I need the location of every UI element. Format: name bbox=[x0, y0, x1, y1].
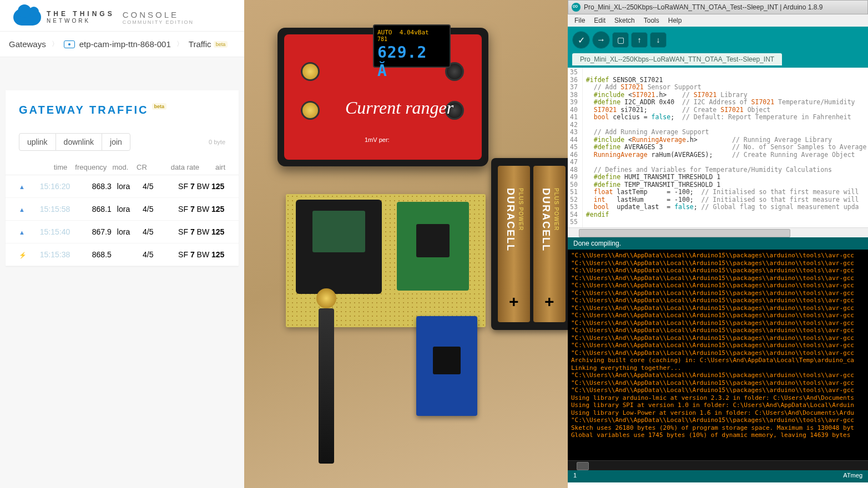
current-ranger-device: AUTO 4.04vBat 781 629.2 Ă Current ranger… bbox=[277, 28, 488, 166]
cell-cr: 4/5 bbox=[143, 182, 168, 191]
bytes-hint: 0 byte bbox=[209, 139, 225, 145]
cell-mod: lora bbox=[117, 182, 143, 191]
uplink-icon: ▲ bbox=[19, 206, 25, 213]
col-frequency: frequency bbox=[73, 163, 112, 171]
upload-button[interactable]: → bbox=[592, 31, 610, 49]
table-row[interactable]: ⚡15:15:38868.54/5SF 7 BW 125 bbox=[6, 243, 239, 266]
uplink-icon: ▲ bbox=[19, 184, 25, 190]
editor-hscrollbar[interactable] bbox=[568, 227, 868, 237]
table-row[interactable]: ▲15:16:20868.3lora4/5SF 7 BW 125 bbox=[6, 175, 239, 198]
arduino-icon bbox=[572, 3, 581, 12]
breadcrumb-gateways[interactable]: Gateways bbox=[9, 39, 46, 49]
build-console[interactable]: "C:\\Users\\And\\AppData\\Local\\Arduino… bbox=[568, 250, 868, 460]
card-title: GATEWAY TRAFFICbeta bbox=[6, 104, 239, 133]
traffic-filter-tabs: uplink downlink join 0 byte bbox=[6, 133, 239, 160]
col-mod: mod. bbox=[112, 163, 137, 171]
open-button[interactable]: ↑ bbox=[631, 32, 648, 48]
code-text[interactable]: #ifdef SENSOR_SI7021 // Add SI7021 Senso… bbox=[583, 68, 868, 227]
window-title: Pro_Mini_XL--250Kbps--LoRaWAN_TTN_OTAA_T… bbox=[584, 3, 822, 11]
cell-cr: 4/5 bbox=[143, 227, 168, 236]
banana-jack-icon bbox=[301, 62, 320, 81]
rf-module bbox=[296, 200, 382, 294]
cell-mod: lora bbox=[117, 227, 143, 236]
per-label: 1mV per: bbox=[365, 136, 390, 143]
col-airtime: airt bbox=[215, 163, 225, 171]
table-row[interactable]: ▲15:15:58868.1lora4/5SF 7 BW 125 bbox=[6, 198, 239, 221]
console-hscrollbar[interactable] bbox=[568, 460, 868, 470]
line-gutter: 35 36 37 38 39 40 41 42 43 44 45 46 47 4… bbox=[568, 68, 583, 227]
ttn-logo-text: THE THINGS NETWORK bbox=[47, 10, 115, 24]
window-titlebar[interactable]: Pro_Mini_XL--250Kbps--LoRaWAN_TTN_OTAA_T… bbox=[568, 0, 868, 14]
footer-line: 1 bbox=[573, 472, 577, 481]
chevron-right-icon: 〉 bbox=[176, 39, 183, 49]
battery-holder: DURACELL PLUS POWER + DURACELL PLUS POWE… bbox=[491, 158, 568, 330]
gateway-icon bbox=[64, 40, 75, 48]
cell-freq: 867.9 bbox=[75, 227, 117, 236]
cell-cr: 4/5 bbox=[143, 250, 168, 259]
traffic-table: time frequency mod. CR data rate airt ▲1… bbox=[6, 160, 239, 266]
cell-time: 15:15:58 bbox=[29, 205, 75, 214]
ttn-logo-icon bbox=[13, 9, 41, 26]
ttn-console-label: CONSOLE COMMUNITY EDITION bbox=[123, 10, 194, 25]
menu-tools[interactable]: Tools bbox=[639, 16, 664, 26]
new-button[interactable]: ▢ bbox=[612, 32, 629, 48]
activity-icon: ⚡ bbox=[19, 252, 27, 258]
sketch-tab[interactable]: Pro_Mini_XL--250Kbps--LoRaWAN_TTN_OTAA_T… bbox=[572, 53, 782, 65]
tab-join[interactable]: join bbox=[102, 133, 130, 151]
oled-display: AUTO 4.04vBat 781 629.2 Ă bbox=[373, 24, 451, 68]
device-name-label: Current ranger bbox=[345, 101, 453, 115]
cell-time: 15:16:20 bbox=[29, 182, 75, 191]
table-row[interactable]: ▲15:15:40867.9lora4/5SF 7 BW 125 bbox=[6, 221, 239, 243]
sma-connector-icon bbox=[316, 288, 336, 308]
toolbar: ✓ → ▢ ↑ ↓ bbox=[568, 27, 868, 53]
cell-mod: lora bbox=[117, 205, 143, 214]
pro-mini-blue bbox=[416, 316, 477, 416]
footer-board: ATmeg bbox=[843, 472, 862, 481]
hardware-photo: AUTO 4.04vBat 781 629.2 Ă Current ranger… bbox=[244, 0, 568, 488]
table-header: time frequency mod. CR data rate airt bbox=[6, 160, 239, 175]
menu-sketch[interactable]: Sketch bbox=[610, 16, 639, 26]
uplink-icon: ▲ bbox=[19, 229, 25, 236]
col-datarate: data rate bbox=[161, 163, 215, 171]
antenna-icon bbox=[319, 308, 334, 464]
menu-file[interactable]: File bbox=[570, 16, 589, 26]
cell-time: 15:15:38 bbox=[29, 250, 75, 259]
perfboard bbox=[286, 194, 486, 327]
menu-edit[interactable]: Edit bbox=[589, 16, 610, 26]
code-editor[interactable]: 35 36 37 38 39 40 41 42 43 44 45 46 47 4… bbox=[568, 68, 868, 227]
cell-freq: 868.3 bbox=[75, 182, 117, 191]
tab-uplink[interactable]: uplink bbox=[19, 133, 56, 151]
breadcrumb: Gateways 〉 etp-cam-imp-ttn-868-001 〉 Tra… bbox=[0, 32, 244, 57]
arduino-ide-window: Pro_Mini_XL--250Kbps--LoRaWAN_TTN_OTAA_T… bbox=[568, 0, 868, 488]
cell-cr: 4/5 bbox=[143, 205, 168, 214]
banana-jack-icon bbox=[301, 101, 320, 120]
beta-badge: beta bbox=[152, 103, 167, 110]
menubar: File Edit Sketch Tools Help bbox=[568, 14, 868, 27]
save-button[interactable]: ↓ bbox=[650, 32, 667, 48]
chevron-right-icon: 〉 bbox=[52, 39, 58, 49]
menu-help[interactable]: Help bbox=[664, 16, 687, 26]
breadcrumb-traffic[interactable]: Traffic bbox=[189, 39, 211, 49]
aa-battery: DURACELL PLUS POWER + bbox=[498, 166, 530, 322]
tab-downlink[interactable]: downlink bbox=[56, 133, 102, 151]
cell-datarate: SF 7 BW 125 bbox=[168, 182, 225, 191]
col-cr: CR bbox=[137, 163, 161, 171]
verify-button[interactable]: ✓ bbox=[572, 31, 590, 49]
status-bar: Done compiling. bbox=[568, 237, 868, 250]
cell-datarate: SF 7 BW 125 bbox=[168, 205, 225, 214]
beta-badge: beta bbox=[214, 41, 228, 48]
aa-battery: DURACELL PLUS POWER + bbox=[533, 166, 566, 322]
cell-freq: 868.1 bbox=[75, 205, 117, 214]
ttn-console-panel: THE THINGS NETWORK CONSOLE COMMUNITY EDI… bbox=[0, 0, 244, 488]
col-time: time bbox=[28, 163, 73, 171]
cell-datarate: SF 7 BW 125 bbox=[168, 227, 225, 236]
pro-mini-green bbox=[397, 202, 469, 291]
footer-bar: 1 ATmeg bbox=[568, 470, 868, 482]
sketch-tabbar: Pro_Mini_XL--250Kbps--LoRaWAN_TTN_OTAA_T… bbox=[568, 53, 868, 68]
gateway-traffic-card: GATEWAY TRAFFICbeta uplink downlink join… bbox=[6, 90, 239, 266]
cell-datarate: SF 7 BW 125 bbox=[168, 250, 225, 259]
breadcrumb-gateway-id[interactable]: etp-cam-imp-ttn-868-001 bbox=[79, 39, 171, 49]
cell-freq: 868.5 bbox=[75, 250, 117, 259]
cell-time: 15:15:40 bbox=[29, 227, 75, 236]
ttn-header: THE THINGS NETWORK CONSOLE COMMUNITY EDI… bbox=[0, 0, 244, 32]
